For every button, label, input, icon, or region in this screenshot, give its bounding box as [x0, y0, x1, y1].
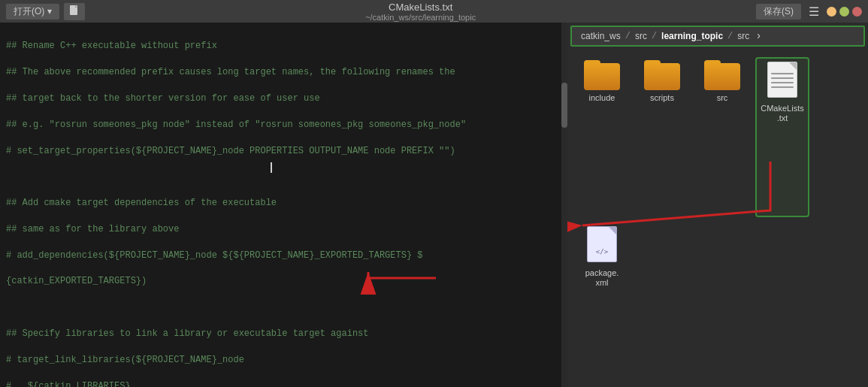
file-item-include[interactable]: include	[575, 57, 629, 217]
window-subtitle: ~/catkin_ws/src/learning_topic	[365, 13, 476, 22]
window-controls	[827, 7, 862, 17]
open-label: 打开(O)	[14, 5, 44, 18]
code-content[interactable]: ## Rename C++ executable without prefix …	[0, 23, 567, 387]
breadcrumb-item-learning[interactable]: learning_topic	[658, 30, 726, 42]
folder-icon-src	[704, 60, 740, 90]
filemanager-pane: catkin_ws / src / learning_topic / src ›…	[567, 23, 868, 387]
open-button[interactable]: 打开(O) ▾	[6, 4, 59, 20]
file-icon-cmakelists	[767, 62, 797, 101]
save-button[interactable]: 保存(S)	[756, 4, 801, 20]
file-item-packagexml[interactable]: </> package.xml	[575, 223, 629, 380]
file-label-cmakelists: CMakeLists.txt	[761, 104, 803, 123]
dropdown-arrow: ▾	[47, 6, 52, 17]
maximize-button[interactable]	[839, 7, 849, 17]
editor-scrollbar[interactable]	[561, 23, 567, 387]
breadcrumb-item-src2[interactable]: src	[734, 30, 752, 42]
file-icon	[68, 5, 80, 17]
file-label-src: src	[717, 93, 728, 103]
editor-pane: ## Rename C++ executable without prefix …	[0, 23, 567, 387]
minimize-button[interactable]	[827, 7, 836, 17]
breadcrumb-item-catkin[interactable]: catkin_ws	[578, 30, 624, 42]
file-item-cmakelists[interactable]: CMakeLists.txt	[755, 57, 809, 217]
folder-icon-scripts	[644, 60, 680, 90]
file-icon-packagexml: </>	[587, 226, 617, 265]
file-item-scripts[interactable]: scripts	[635, 57, 689, 217]
menu-button[interactable]: ☰	[806, 3, 822, 20]
breadcrumb-item-src1[interactable]: src	[632, 30, 650, 42]
close-button[interactable]	[852, 7, 862, 17]
file-label-packagexml: package.xml	[585, 268, 619, 288]
file-label-include: include	[589, 93, 615, 103]
titlebar: 打开(O) ▾ CMakeLists.txt ~/catkin_ws/src/l…	[0, 0, 868, 23]
file-icon-button[interactable]	[64, 3, 85, 20]
window-title: CMakeLists.txt	[389, 2, 452, 13]
files-grid: include scripts src	[567, 50, 868, 387]
breadcrumb: catkin_ws / src / learning_topic / src ›	[570, 26, 865, 47]
file-item-src[interactable]: src	[695, 57, 749, 217]
folder-icon-include	[584, 60, 620, 90]
file-label-scripts: scripts	[650, 93, 674, 103]
